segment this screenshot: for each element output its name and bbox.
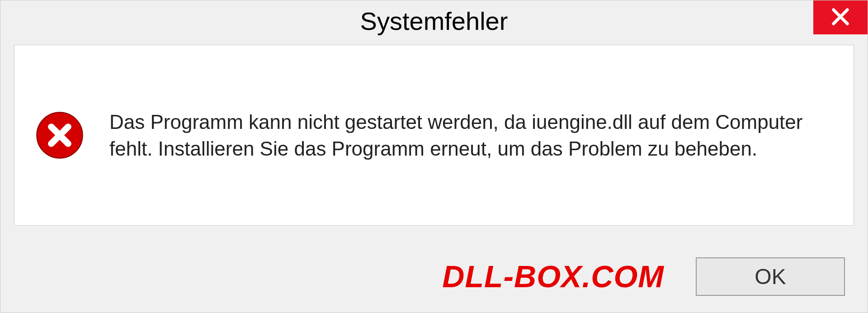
close-icon: [830, 6, 851, 29]
content-panel: Das Programm kann nicht gestartet werden…: [14, 45, 854, 226]
dialog-title: Systemfehler: [360, 6, 508, 36]
error-dialog: Systemfehler Das Programm kann nicht ges…: [0, 0, 868, 313]
titlebar: Systemfehler: [0, 0, 868, 41]
error-message: Das Programm kann nicht gestartet werden…: [109, 109, 835, 162]
error-icon: [33, 108, 87, 162]
watermark-text: DLL-BOX.COM: [442, 259, 664, 294]
close-button[interactable]: [813, 0, 868, 34]
dialog-footer: DLL-BOX.COM OK: [0, 251, 868, 301]
ok-button[interactable]: OK: [696, 257, 845, 296]
